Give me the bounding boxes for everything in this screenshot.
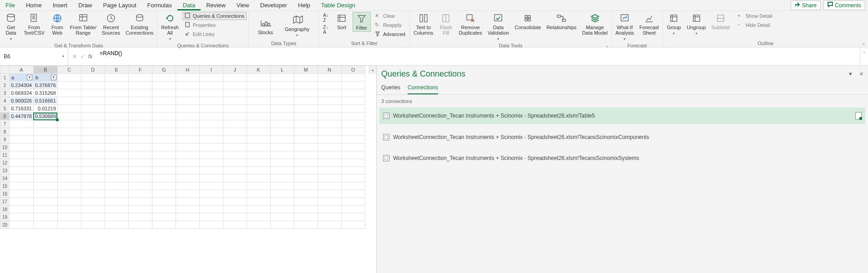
cell[interactable] (128, 113, 152, 120)
cell[interactable] (57, 206, 81, 213)
from-text-button[interactable]: From Text/CSV (22, 12, 46, 36)
cell[interactable] (57, 105, 81, 113)
row-header-15[interactable]: 15 (0, 182, 10, 190)
cell[interactable] (318, 167, 341, 175)
row-header-2[interactable]: 2 (0, 82, 10, 89)
cell[interactable] (318, 128, 341, 136)
cell[interactable] (33, 221, 57, 229)
refresh-all-button[interactable]: Refresh All ▾ (159, 12, 181, 43)
share-button[interactable]: Share (791, 0, 821, 10)
reapply-button[interactable]: ↻Reapply (373, 21, 408, 29)
cell[interactable] (294, 105, 318, 113)
cell[interactable] (57, 182, 81, 190)
cell[interactable] (318, 221, 341, 229)
cell[interactable] (105, 175, 128, 182)
cell[interactable] (128, 159, 152, 167)
geography-button[interactable]: Geography ▾ (283, 14, 311, 39)
cell[interactable] (10, 128, 34, 136)
row-header-12[interactable]: 12 (0, 159, 10, 167)
cell[interactable] (294, 206, 318, 213)
row-header-1[interactable]: 1 (0, 74, 10, 82)
cell[interactable] (294, 128, 318, 136)
cell[interactable] (247, 175, 270, 182)
cell[interactable] (341, 182, 365, 190)
cell[interactable] (105, 190, 128, 198)
consolidate-button[interactable]: Consolidate (513, 12, 543, 31)
cell[interactable] (81, 113, 105, 120)
relationships-button[interactable]: Relationships (545, 12, 578, 31)
cell[interactable] (128, 175, 152, 182)
cell[interactable] (223, 190, 247, 198)
cell[interactable] (105, 113, 128, 120)
cell[interactable] (128, 97, 152, 105)
pane-menu-button[interactable]: ▼ (848, 71, 853, 77)
cell[interactable] (10, 144, 34, 151)
cell[interactable] (223, 167, 247, 175)
cell[interactable] (81, 120, 105, 128)
cell[interactable] (318, 120, 341, 128)
cell[interactable] (318, 136, 341, 144)
cell[interactable] (318, 74, 341, 82)
cell[interactable] (318, 144, 341, 151)
column-header-E[interactable]: E (105, 66, 128, 74)
cell[interactable] (318, 82, 341, 89)
queries-connections-button[interactable]: Queries & Connections (182, 12, 247, 20)
cell[interactable] (223, 82, 247, 89)
row-header-19[interactable]: 19 (0, 213, 10, 221)
cell[interactable] (247, 213, 270, 221)
cell[interactable] (199, 136, 223, 144)
cell[interactable] (270, 97, 294, 105)
cell[interactable] (270, 182, 294, 190)
cell[interactable] (294, 97, 318, 105)
cell[interactable] (57, 144, 81, 151)
cell[interactable]: 0.315268 (33, 89, 57, 97)
column-header-F[interactable]: F (128, 66, 152, 74)
cell[interactable] (128, 167, 152, 175)
scroll-up-button[interactable]: ▴ (369, 66, 376, 74)
cell[interactable] (223, 198, 247, 206)
cell[interactable] (247, 198, 270, 206)
cell[interactable] (128, 82, 152, 89)
row-header-3[interactable]: 3 (0, 89, 10, 97)
cell[interactable] (247, 120, 270, 128)
cell[interactable] (81, 136, 105, 144)
cell[interactable] (247, 167, 270, 175)
table-header-b[interactable]: b▼ (33, 74, 57, 82)
cell[interactable] (247, 89, 270, 97)
cell[interactable] (176, 167, 199, 175)
cell[interactable] (294, 74, 318, 82)
cell[interactable] (57, 97, 81, 105)
cell[interactable] (223, 206, 247, 213)
cell[interactable] (341, 74, 365, 82)
show-detail-button[interactable]: +Show Detail (735, 12, 775, 20)
cell[interactable] (152, 136, 176, 144)
row-header-8[interactable]: 8 (0, 128, 10, 136)
cell[interactable] (81, 89, 105, 97)
cell[interactable] (176, 151, 199, 159)
cell[interactable] (318, 151, 341, 159)
cell[interactable] (10, 198, 34, 206)
manage-data-model-button[interactable]: Manage Data Model (580, 12, 609, 36)
cell[interactable] (294, 175, 318, 182)
sort-az-button[interactable]: A↓Z (321, 12, 331, 24)
cell[interactable] (199, 206, 223, 213)
cell[interactable] (152, 97, 176, 105)
cell[interactable] (33, 198, 57, 206)
cell[interactable]: 0.716331 (10, 105, 34, 113)
cell[interactable] (247, 97, 270, 105)
cell[interactable] (81, 144, 105, 151)
cell[interactable] (318, 97, 341, 105)
cell[interactable] (270, 144, 294, 151)
cell[interactable] (294, 151, 318, 159)
cell[interactable] (270, 128, 294, 136)
cell[interactable] (318, 182, 341, 190)
cell[interactable] (57, 167, 81, 175)
cell[interactable] (57, 213, 81, 221)
cell[interactable] (33, 213, 57, 221)
cell[interactable] (294, 213, 318, 221)
cell[interactable] (270, 136, 294, 144)
table-header-a[interactable]: a▼ (10, 74, 34, 82)
cell[interactable] (128, 136, 152, 144)
cell[interactable] (318, 105, 341, 113)
cell[interactable] (247, 190, 270, 198)
